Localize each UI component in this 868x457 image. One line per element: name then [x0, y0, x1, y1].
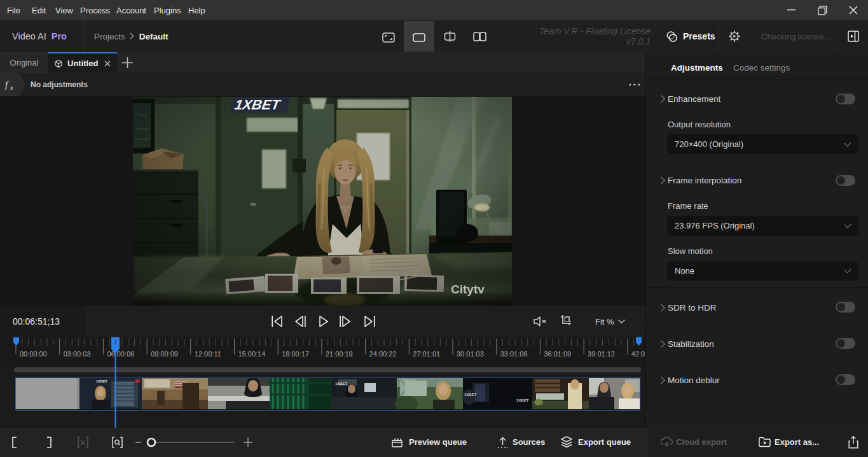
svg-text:33:01:06: 33:01:06 [500, 350, 528, 358]
svg-text:1XBET: 1XBET [516, 398, 529, 402]
svg-text:00:00:00: 00:00:00 [20, 350, 47, 358]
svg-text:18:00:17: 18:00:17 [282, 350, 309, 358]
svg-text:36:01:09: 36:01:09 [544, 350, 571, 358]
svg-text:1XBET: 1XBET [464, 393, 477, 397]
svg-text:12:00:11: 12:00:11 [195, 350, 221, 358]
svg-text:15:00:14: 15:00:14 [238, 350, 266, 358]
svg-text:03:00:03: 03:00:03 [64, 350, 91, 358]
svg-text:1XBET: 1XBET [335, 382, 348, 386]
svg-text:24:00:22: 24:00:22 [369, 350, 397, 358]
svg-text:1XBET: 1XBET [233, 97, 283, 113]
svg-text:42:01:15: 42:01:15 [631, 350, 645, 358]
svg-text:09:00:09: 09:00:09 [151, 350, 178, 358]
svg-text:Citytv: Citytv [451, 283, 485, 296]
svg-text:1XBET: 1XBET [96, 379, 107, 383]
svg-text:21:00:19: 21:00:19 [326, 350, 353, 358]
svg-text:x: x [10, 85, 13, 91]
svg-text:30:01:03: 30:01:03 [457, 350, 484, 358]
svg-text:06:00:06: 06:00:06 [107, 350, 134, 358]
svg-text:27:01:01: 27:01:01 [413, 350, 440, 358]
svg-text:39:01:12: 39:01:12 [588, 350, 615, 358]
